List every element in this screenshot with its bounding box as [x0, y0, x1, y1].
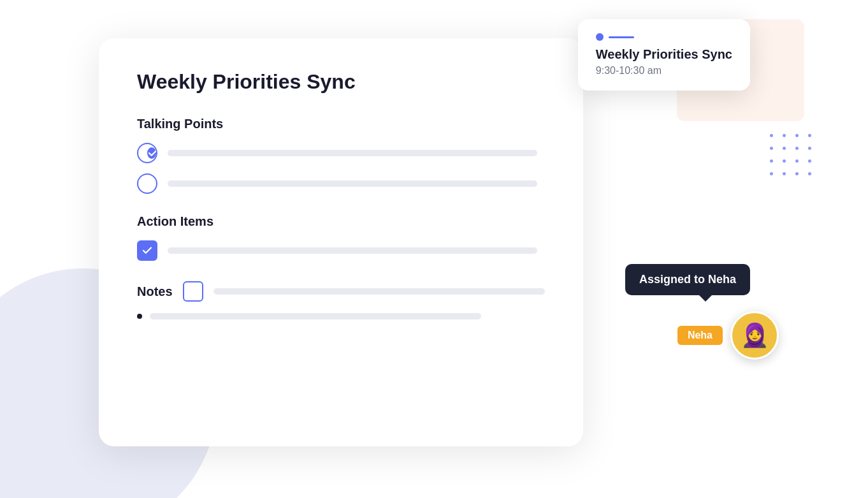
- action-items-section: Action Items: [137, 214, 545, 261]
- calendar-dot: [596, 33, 604, 41]
- card-title: Weekly Priorities Sync: [137, 70, 545, 94]
- action-item-1: [137, 240, 545, 261]
- assigned-tooltip-text: Assigned to Neha: [639, 273, 736, 286]
- talking-points-label: Talking Points: [137, 117, 545, 131]
- dot-pattern: [770, 134, 817, 181]
- calendar-line: [609, 36, 634, 38]
- avatar: 🧕: [730, 311, 779, 360]
- action-items-label: Action Items: [137, 214, 545, 229]
- checkmark-icon: [138, 147, 147, 159]
- calendar-event-time: 9:30-10:30 am: [596, 65, 732, 77]
- talking-point-line-1: [168, 150, 537, 156]
- calendar-indicator: [596, 33, 732, 41]
- main-card: Weekly Priorities Sync Talking Points Ac…: [99, 38, 583, 446]
- bullet-icon: [137, 314, 142, 319]
- talking-points-section: Talking Points: [137, 117, 545, 194]
- talking-point-item-1: [137, 143, 545, 163]
- notes-bullet-line: [150, 313, 481, 319]
- assigned-tooltip: Assigned to Neha: [625, 264, 750, 295]
- avatar-emoji: 🧕: [741, 322, 769, 349]
- neha-row: Neha 🧕: [677, 311, 779, 360]
- notes-checkbox-empty[interactable]: [183, 281, 203, 302]
- calendar-event-title: Weekly Priorities Sync: [596, 47, 732, 62]
- talking-point-line-2: [168, 180, 537, 187]
- neha-tag[interactable]: Neha: [677, 326, 723, 345]
- checkbox-circle-checked[interactable]: [137, 143, 157, 163]
- checkbox-circle-unchecked[interactable]: [137, 173, 157, 194]
- talking-point-item-2: [137, 173, 545, 194]
- checkmark-square-icon: [141, 245, 153, 256]
- notes-section: Notes: [137, 281, 545, 319]
- notes-bullet-row: [137, 313, 545, 319]
- calendar-tooltip-card: Weekly Priorities Sync 9:30-10:30 am: [578, 19, 750, 91]
- notes-label: Notes: [137, 284, 173, 299]
- checkbox-square-checked[interactable]: [137, 240, 157, 261]
- notes-row: Notes: [137, 281, 545, 302]
- notes-line: [213, 288, 545, 295]
- action-item-line-1: [168, 247, 537, 254]
